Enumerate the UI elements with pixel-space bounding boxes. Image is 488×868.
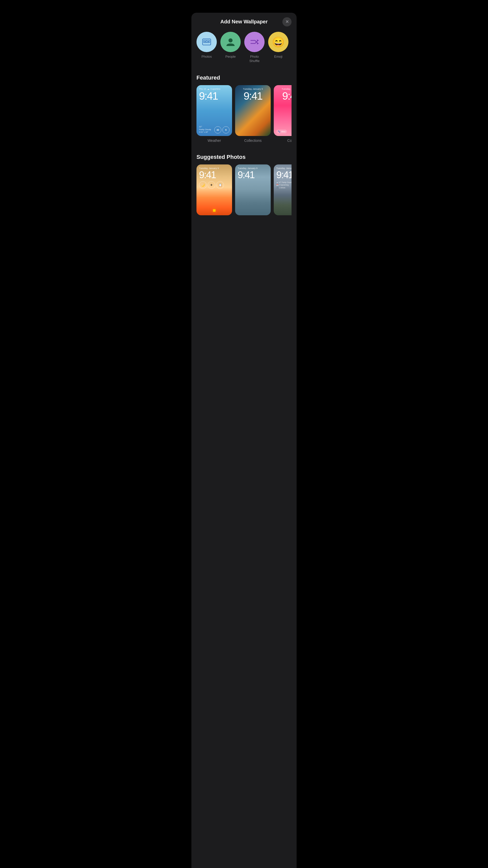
- wallpaper-types-row: Photos People PhotoShuffle: [196, 32, 292, 65]
- weather-card-label: Weather: [208, 138, 221, 143]
- s2-time: 9:41: [238, 170, 268, 180]
- weather-circles: 42 6: [214, 126, 230, 133]
- type-people-label: People: [225, 55, 236, 59]
- type-photos-circle: [196, 32, 217, 52]
- svg-rect-4: [207, 41, 209, 42]
- suggested-preview-3: Tuesday, January 9 9:41 ☁ 22° Partly Clo…: [274, 164, 292, 215]
- shuffle-icon: [249, 36, 260, 48]
- type-photos[interactable]: Photos: [196, 32, 217, 63]
- top-bar: [191, 0, 297, 13]
- weather-preview: Thu 15 ☁ Cupertino 9:41 22° Partly Cloud…: [196, 85, 232, 136]
- suggested-section: Suggested Photos Tuesday, January 9 9:41…: [196, 154, 292, 217]
- featured-section: Featured Thu 15 ☁ Cupertino 9:41 22: [196, 74, 292, 145]
- color-time: 9:41: [276, 91, 292, 101]
- suggested-bg-3: Tuesday, January 9 9:41 ☁ 22° Partly Clo…: [274, 164, 292, 215]
- suggested-card-2[interactable]: Tuesday, January 9 9:41: [235, 164, 271, 215]
- modal-header: Add New Wallpaper ✕: [196, 19, 292, 25]
- type-people-circle: [220, 32, 241, 52]
- color-card-label: Color: [287, 138, 292, 143]
- type-photo-shuffle[interactable]: PhotoShuffle: [244, 32, 265, 63]
- svg-rect-2: [204, 41, 206, 42]
- s1-widget-1: 🌙: [199, 181, 207, 189]
- s1-widget-3: 📋: [216, 181, 224, 189]
- emoji-icon: 😄: [272, 37, 285, 47]
- color-widget-1: 🐾 48oz: [276, 130, 287, 133]
- color-card-bg: Tuesday, January 9 9:41 🐾 48oz 40 0: [274, 85, 292, 136]
- featured-weather-card[interactable]: Thu 15 ☁ Cupertino 9:41 22° Partly Cloud…: [196, 85, 232, 143]
- featured-color-card[interactable]: Tuesday, January 9 9:41 🐾 48oz 40 0: [274, 85, 292, 143]
- people-icon: [225, 36, 236, 48]
- s1-widgets: 🌙 ✈ 📋: [199, 181, 230, 189]
- type-photo-shuffle-label: PhotoShuffle: [249, 55, 260, 63]
- svg-marker-7: [257, 42, 259, 44]
- s1-widget-2: ✈: [208, 181, 215, 189]
- featured-cards-row: Thu 15 ☁ Cupertino 9:41 22° Partly Cloud…: [196, 85, 292, 145]
- type-emoji-label: Emoji: [274, 55, 283, 59]
- widget-dog-icon: 🐾: [278, 130, 280, 133]
- type-people[interactable]: People: [220, 32, 241, 63]
- collections-preview: Tuesday, January 9 9:41: [235, 85, 271, 136]
- collections-time: 9:41: [238, 91, 268, 101]
- close-button[interactable]: ✕: [282, 17, 292, 26]
- color-preview: Tuesday, January 9 9:41 🐾 48oz 40 0: [274, 85, 292, 136]
- weather-time: 9:41: [199, 91, 230, 101]
- s1-time: 9:41: [199, 170, 230, 180]
- s1-date: Tuesday, January 9: [199, 167, 230, 169]
- suggested-preview-1: Tuesday, January 9 9:41 🌙 ✈ 📋: [196, 164, 232, 215]
- s2-date: Tuesday, January 9: [238, 167, 268, 169]
- modal-container: Add New Wallpaper ✕ Photos: [191, 13, 297, 868]
- type-emoji-circle: 😄: [268, 32, 288, 52]
- collections-card-label: Collections: [244, 138, 262, 143]
- collections-card-bg: Tuesday, January 9 9:41: [235, 85, 271, 136]
- suggested-card-1[interactable]: Tuesday, January 9 9:41 🌙 ✈ 📋: [196, 164, 232, 215]
- featured-title: Featured: [196, 74, 292, 81]
- svg-marker-6: [257, 39, 259, 41]
- suggested-card-3[interactable]: Tuesday, January 9 9:41 ☁ 22° Partly Clo…: [274, 164, 292, 215]
- weather-circle-1: 42: [214, 126, 221, 133]
- svg-point-5: [228, 38, 233, 42]
- modal-title: Add New Wallpaper: [220, 19, 268, 25]
- photos-icon: [201, 37, 212, 47]
- suggested-cards-row: Tuesday, January 9 9:41 🌙 ✈ 📋 T: [196, 164, 292, 217]
- suggested-bg-2: Tuesday, January 9 9:41: [235, 164, 271, 215]
- featured-collections-card[interactable]: Tuesday, January 9 9:41 Collections: [235, 85, 271, 143]
- weather-card-bg: Thu 15 ☁ Cupertino 9:41 22° Partly Cloud…: [196, 85, 232, 136]
- suggested-bg-1: Tuesday, January 9 9:41 🌙 ✈ 📋: [196, 164, 232, 215]
- s3-date: Tuesday, January 9: [276, 167, 292, 169]
- suggested-title: Suggested Photos: [196, 154, 292, 160]
- type-photos-label: Photos: [202, 55, 212, 59]
- color-widgets: 🐾 48oz 40 0: [276, 130, 292, 133]
- s1-sun: [213, 209, 216, 212]
- s3-time: 9:41: [276, 170, 292, 180]
- s3-info: ☁ 22° Partly Cloudy 📅 0 Upcoming 🎵 1 Art…: [276, 181, 292, 189]
- weather-info: 22° Partly Cloudy H:31° L:18° 42 6: [199, 125, 230, 133]
- type-photo-shuffle-circle: [244, 32, 265, 52]
- weather-left: 22° Partly Cloudy H:31° L:18°: [199, 125, 211, 133]
- type-emoji[interactable]: 😄 Emoji: [268, 32, 288, 63]
- widget-hydration: 48oz: [281, 130, 285, 133]
- weather-circle-2: 6: [222, 126, 230, 133]
- suggested-preview-2: Tuesday, January 9 9:41: [235, 164, 271, 215]
